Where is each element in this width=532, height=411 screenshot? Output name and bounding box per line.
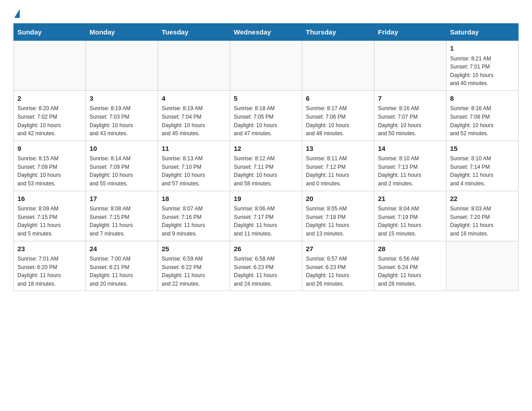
weekday-header-monday: Monday — [86, 24, 158, 41]
day-info: Sunrise: 8:15 AM Sunset: 7:09 PM Dayligh… — [17, 154, 82, 188]
day-info: Sunrise: 8:13 AM Sunset: 7:10 PM Dayligh… — [162, 154, 226, 188]
calendar-table: SundayMondayTuesdayWednesdayThursdayFrid… — [13, 23, 519, 291]
day-info: Sunrise: 8:09 AM Sunset: 7:15 PM Dayligh… — [17, 205, 82, 238]
day-info: Sunrise: 7:00 AM Sunset: 6:21 PM Dayligh… — [90, 255, 154, 288]
day-number: 24 — [90, 244, 154, 254]
day-info: Sunrise: 8:19 AM Sunset: 7:04 PM Dayligh… — [162, 104, 226, 137]
calendar-cell: 1Sunrise: 8:21 AM Sunset: 7:01 PM Daylig… — [446, 41, 519, 91]
day-info: Sunrise: 6:58 AM Sunset: 6:23 PM Dayligh… — [234, 255, 298, 288]
calendar-cell: 16Sunrise: 8:09 AM Sunset: 7:15 PM Dayli… — [14, 191, 86, 241]
calendar-cell: 24Sunrise: 7:00 AM Sunset: 6:21 PM Dayli… — [86, 241, 158, 291]
calendar-cell: 25Sunrise: 6:59 AM Sunset: 6:22 PM Dayli… — [158, 241, 230, 291]
calendar-cell — [374, 41, 446, 91]
day-number: 23 — [17, 244, 82, 254]
day-info: Sunrise: 8:20 AM Sunset: 7:02 PM Dayligh… — [17, 104, 82, 137]
day-number: 4 — [162, 94, 226, 104]
day-info: Sunrise: 8:07 AM Sunset: 7:16 PM Dayligh… — [162, 205, 226, 238]
day-info: Sunrise: 7:01 AM Sunset: 6:20 PM Dayligh… — [17, 255, 82, 288]
day-info: Sunrise: 8:16 AM Sunset: 7:07 PM Dayligh… — [378, 104, 442, 137]
day-number: 17 — [90, 194, 154, 204]
day-number: 11 — [162, 144, 226, 154]
day-number: 8 — [450, 94, 515, 104]
day-info: Sunrise: 8:03 AM Sunset: 7:20 PM Dayligh… — [450, 205, 515, 238]
day-info: Sunrise: 8:08 AM Sunset: 7:15 PM Dayligh… — [90, 205, 154, 238]
calendar-cell — [302, 41, 374, 91]
week-row-4: 16Sunrise: 8:09 AM Sunset: 7:15 PM Dayli… — [14, 191, 519, 241]
calendar-cell: 27Sunrise: 6:57 AM Sunset: 6:23 PM Dayli… — [302, 241, 374, 291]
day-number: 27 — [306, 244, 370, 254]
day-info: Sunrise: 8:06 AM Sunset: 7:17 PM Dayligh… — [234, 205, 298, 238]
day-number: 9 — [17, 144, 82, 154]
weekday-header-thursday: Thursday — [302, 24, 374, 41]
day-number: 12 — [234, 144, 298, 154]
calendar-cell: 9Sunrise: 8:15 AM Sunset: 7:09 PM Daylig… — [14, 141, 86, 191]
calendar-cell — [446, 241, 519, 291]
week-row-5: 23Sunrise: 7:01 AM Sunset: 6:20 PM Dayli… — [14, 241, 519, 291]
logo — [13, 9, 20, 16]
week-row-2: 2Sunrise: 8:20 AM Sunset: 7:02 PM Daylig… — [14, 90, 519, 141]
calendar-cell: 22Sunrise: 8:03 AM Sunset: 7:20 PM Dayli… — [446, 191, 519, 241]
calendar-cell: 7Sunrise: 8:16 AM Sunset: 7:07 PM Daylig… — [374, 90, 446, 141]
day-number: 18 — [162, 194, 226, 204]
calendar-cell: 18Sunrise: 8:07 AM Sunset: 7:16 PM Dayli… — [158, 191, 230, 241]
calendar-cell — [158, 41, 230, 91]
calendar-cell: 23Sunrise: 7:01 AM Sunset: 6:20 PM Dayli… — [14, 241, 86, 291]
day-number: 28 — [378, 244, 442, 254]
calendar-cell: 15Sunrise: 8:10 AM Sunset: 7:14 PM Dayli… — [446, 141, 519, 191]
weekday-header-tuesday: Tuesday — [158, 24, 230, 41]
weekday-header-row: SundayMondayTuesdayWednesdayThursdayFrid… — [14, 24, 519, 41]
calendar-cell: 17Sunrise: 8:08 AM Sunset: 7:15 PM Dayli… — [86, 191, 158, 241]
calendar-cell — [86, 41, 158, 91]
calendar-cell — [14, 41, 86, 91]
day-number: 22 — [450, 194, 515, 204]
day-number: 13 — [306, 144, 370, 154]
calendar-cell: 11Sunrise: 8:13 AM Sunset: 7:10 PM Dayli… — [158, 141, 230, 191]
day-number: 21 — [378, 194, 442, 204]
day-number: 2 — [17, 94, 82, 104]
calendar-cell: 12Sunrise: 8:12 AM Sunset: 7:11 PM Dayli… — [230, 141, 302, 191]
calendar-cell: 19Sunrise: 8:06 AM Sunset: 7:17 PM Dayli… — [230, 191, 302, 241]
day-info: Sunrise: 8:21 AM Sunset: 7:01 PM Dayligh… — [450, 55, 515, 88]
calendar-cell: 13Sunrise: 8:11 AM Sunset: 7:12 PM Dayli… — [302, 141, 374, 191]
calendar-cell: 8Sunrise: 8:16 AM Sunset: 7:08 PM Daylig… — [446, 90, 519, 141]
weekday-header-friday: Friday — [374, 24, 446, 41]
day-info: Sunrise: 8:14 AM Sunset: 7:09 PM Dayligh… — [90, 154, 154, 188]
calendar-body: 1Sunrise: 8:21 AM Sunset: 7:01 PM Daylig… — [14, 41, 519, 291]
day-info: Sunrise: 8:17 AM Sunset: 7:06 PM Dayligh… — [306, 104, 370, 137]
day-info: Sunrise: 8:18 AM Sunset: 7:05 PM Dayligh… — [234, 104, 298, 137]
day-number: 15 — [450, 144, 515, 154]
day-number: 20 — [306, 194, 370, 204]
day-number: 19 — [234, 194, 298, 204]
calendar-cell: 26Sunrise: 6:58 AM Sunset: 6:23 PM Dayli… — [230, 241, 302, 291]
weekday-header-saturday: Saturday — [446, 24, 519, 41]
day-info: Sunrise: 8:10 AM Sunset: 7:13 PM Dayligh… — [378, 154, 442, 188]
weekday-header-sunday: Sunday — [14, 24, 86, 41]
day-info: Sunrise: 8:11 AM Sunset: 7:12 PM Dayligh… — [306, 154, 370, 188]
weekday-header-wednesday: Wednesday — [230, 24, 302, 41]
header — [13, 9, 519, 16]
day-info: Sunrise: 6:59 AM Sunset: 6:22 PM Dayligh… — [162, 255, 226, 288]
week-row-1: 1Sunrise: 8:21 AM Sunset: 7:01 PM Daylig… — [14, 41, 519, 91]
day-number: 10 — [90, 144, 154, 154]
calendar-cell: 5Sunrise: 8:18 AM Sunset: 7:05 PM Daylig… — [230, 90, 302, 141]
day-number: 3 — [90, 94, 154, 104]
calendar-cell: 4Sunrise: 8:19 AM Sunset: 7:04 PM Daylig… — [158, 90, 230, 141]
calendar-cell — [230, 41, 302, 91]
calendar-cell: 14Sunrise: 8:10 AM Sunset: 7:13 PM Dayli… — [374, 141, 446, 191]
day-info: Sunrise: 8:16 AM Sunset: 7:08 PM Dayligh… — [450, 104, 515, 137]
calendar-header: SundayMondayTuesdayWednesdayThursdayFrid… — [14, 24, 519, 41]
day-number: 6 — [306, 94, 370, 104]
calendar-cell: 28Sunrise: 6:56 AM Sunset: 6:24 PM Dayli… — [374, 241, 446, 291]
day-info: Sunrise: 8:10 AM Sunset: 7:14 PM Dayligh… — [450, 154, 515, 188]
day-info: Sunrise: 6:56 AM Sunset: 6:24 PM Dayligh… — [378, 255, 442, 288]
day-info: Sunrise: 8:12 AM Sunset: 7:11 PM Dayligh… — [234, 154, 298, 188]
day-info: Sunrise: 8:04 AM Sunset: 7:19 PM Dayligh… — [378, 205, 442, 238]
day-number: 26 — [234, 244, 298, 254]
day-number: 1 — [450, 43, 515, 54]
day-info: Sunrise: 8:05 AM Sunset: 7:18 PM Dayligh… — [306, 205, 370, 238]
day-number: 7 — [378, 94, 442, 104]
week-row-3: 9Sunrise: 8:15 AM Sunset: 7:09 PM Daylig… — [14, 141, 519, 191]
calendar-cell: 3Sunrise: 8:19 AM Sunset: 7:03 PM Daylig… — [86, 90, 158, 141]
calendar-cell: 10Sunrise: 8:14 AM Sunset: 7:09 PM Dayli… — [86, 141, 158, 191]
day-number: 14 — [378, 144, 442, 154]
